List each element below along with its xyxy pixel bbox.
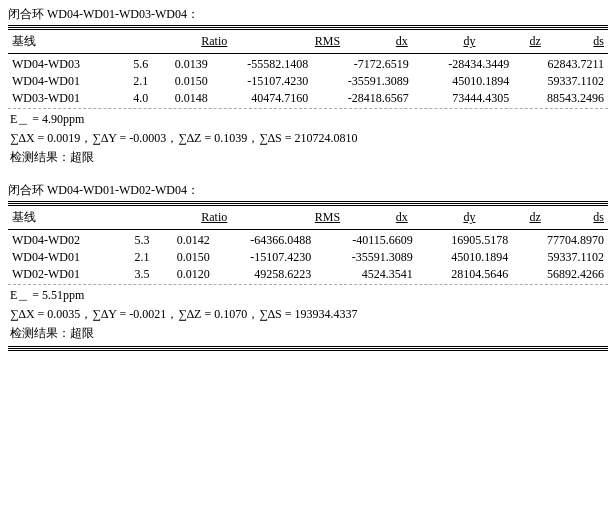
single-line-1 [8, 53, 608, 54]
th-dy-1: dy [412, 32, 480, 51]
cell-rms: 0.0148 [152, 90, 212, 107]
cell-baseline: WD04-WD02 [8, 232, 120, 249]
cell-baseline: WD03-WD01 [8, 90, 119, 107]
table-row: WD03-WD01 4.0 0.0148 40474.7160 -28418.6… [8, 90, 608, 107]
cell-dy: -35591.3089 [315, 249, 416, 266]
cell-rms: 0.0139 [152, 56, 212, 73]
cell-ratio: 4.0 [119, 90, 152, 107]
th-rms-2: RMS [231, 208, 344, 227]
cell-ds: 77704.8970 [512, 232, 608, 249]
table-row: WD04-WD03 5.6 0.0139 -55582.1408 -7172.6… [8, 56, 608, 73]
cell-baseline: WD04-WD01 [8, 249, 120, 266]
cell-ds: 62843.7211 [513, 56, 608, 73]
sum-line-1: ∑∆X = 0.0019，∑∆Y = -0.0003，∑∆Z = 0.1039，… [8, 130, 608, 147]
section-2: 闭合环 WD04-WD01-WD02-WD04： 基线 Ratio RMS dx… [8, 182, 608, 351]
loop-title-2: 闭合环 WD04-WD01-WD02-WD04： [8, 182, 608, 199]
cell-rms: 0.0142 [154, 232, 214, 249]
cell-rms: 0.0150 [152, 73, 212, 90]
single-line-2 [8, 229, 608, 230]
cell-dx: -15107.4230 [212, 73, 312, 90]
cell-baseline: WD04-WD03 [8, 56, 119, 73]
cell-dy: -35591.3089 [312, 73, 412, 90]
cell-dy: -7172.6519 [312, 56, 412, 73]
cell-dz: 28104.5646 [417, 266, 513, 283]
result-line-1: 检测结果：超限 [8, 149, 608, 166]
th-dz-2: dz [479, 208, 544, 227]
cell-dz: 45010.1894 [413, 73, 513, 90]
e-line-2: E＿ = 5.51ppm [8, 287, 608, 304]
th-dy-2: dy [412, 208, 480, 227]
th-baseline-1: 基线 [8, 32, 116, 51]
result-line-2: 检测结果：超限 [8, 325, 608, 342]
table-row: WD02-WD01 3.5 0.0120 49258.6223 4524.354… [8, 266, 608, 283]
table-row: WD04-WD01 2.1 0.0150 -15107.4230 -35591.… [8, 249, 608, 266]
e-line-1: E＿ = 4.90ppm [8, 111, 608, 128]
cell-ds: 59337.1102 [513, 73, 608, 90]
cell-dx: -64366.0488 [214, 232, 315, 249]
th-baseline-2: 基线 [8, 208, 116, 227]
cell-dx: 49258.6223 [214, 266, 315, 283]
cell-dx: 40474.7160 [212, 90, 312, 107]
spacer-2 [8, 174, 608, 180]
cell-ratio: 5.3 [120, 232, 154, 249]
sum-line-2: ∑∆X = 0.0035，∑∆Y = -0.0021，∑∆Z = 0.1070，… [8, 306, 608, 323]
double-line-1 [8, 25, 608, 30]
dashed-line-2 [8, 284, 608, 285]
cell-dz: 73444.4305 [413, 90, 513, 107]
cell-ds: 59337.1102 [512, 249, 608, 266]
th-dz-1: dz [479, 32, 544, 51]
cell-baseline: WD04-WD01 [8, 73, 119, 90]
th-ds-2: ds [545, 208, 608, 227]
table-1: 基线 Ratio RMS dx dy dz ds [8, 32, 608, 51]
table-1-body: WD04-WD03 5.6 0.0139 -55582.1408 -7172.6… [8, 56, 608, 107]
table-2-body: WD04-WD02 5.3 0.0142 -64366.0488 -40115.… [8, 232, 608, 283]
document-container: 闭合环 WD04-WD01-WD03-WD04： 基线 Ratio RMS dx… [8, 6, 608, 351]
cell-ratio: 5.6 [119, 56, 152, 73]
table-2: 基线 Ratio RMS dx dy dz ds [8, 208, 608, 227]
loop-title-1: 闭合环 WD04-WD01-WD03-WD04： [8, 6, 608, 23]
table-2-header: 基线 Ratio RMS dx dy dz ds [8, 208, 608, 227]
th-ds-1: ds [545, 32, 608, 51]
cell-ratio: 2.1 [120, 249, 154, 266]
cell-dz: 16905.5178 [417, 232, 513, 249]
cell-ratio: 3.5 [120, 266, 154, 283]
cell-dx: -15107.4230 [214, 249, 315, 266]
cell-dy: -28418.6567 [312, 90, 412, 107]
cell-dy: 4524.3541 [315, 266, 416, 283]
th-dx-2: dx [344, 208, 412, 227]
dashed-line-1 [8, 108, 608, 109]
cell-ds: 56892.4266 [512, 266, 608, 283]
th-dx-1: dx [344, 32, 412, 51]
cell-dy: -40115.6609 [315, 232, 416, 249]
cell-dx: -55582.1408 [212, 56, 312, 73]
table-row: WD04-WD01 2.1 0.0150 -15107.4230 -35591.… [8, 73, 608, 90]
cell-dz: 45010.1894 [417, 249, 513, 266]
th-ratio-2: Ratio [116, 208, 231, 227]
table-row: WD04-WD02 5.3 0.0142 -64366.0488 -40115.… [8, 232, 608, 249]
cell-baseline: WD02-WD01 [8, 266, 120, 283]
cell-ratio: 2.1 [119, 73, 152, 90]
cell-rms: 0.0120 [154, 266, 214, 283]
double-line-bottom [8, 346, 608, 351]
th-rms-1: RMS [231, 32, 344, 51]
double-line-2 [8, 201, 608, 206]
section-1: 闭合环 WD04-WD01-WD03-WD04： 基线 Ratio RMS dx… [8, 6, 608, 166]
table-1-header: 基线 Ratio RMS dx dy dz ds [8, 32, 608, 51]
cell-dz: -28434.3449 [413, 56, 513, 73]
th-ratio-1: Ratio [116, 32, 231, 51]
cell-rms: 0.0150 [154, 249, 214, 266]
cell-ds: 88543.2496 [513, 90, 608, 107]
